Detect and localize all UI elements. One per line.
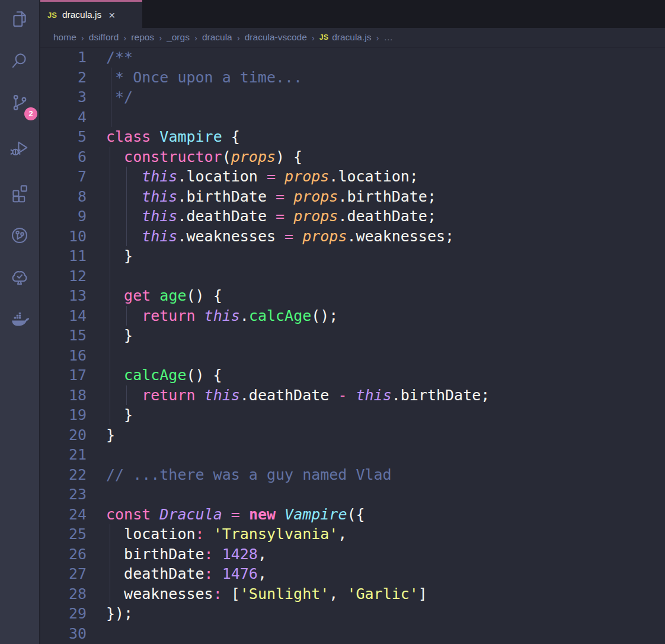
line-number: 25	[40, 524, 87, 544]
breadcrumb-item[interactable]: dracula	[202, 32, 232, 43]
code-line-content[interactable]: }	[106, 326, 665, 346]
line-number: 3	[40, 87, 87, 107]
code-line: 30	[40, 624, 665, 644]
code-line-content[interactable]: constructor(props) {	[106, 147, 665, 167]
indent-guide-icon	[110, 147, 110, 167]
code-line-content[interactable]	[106, 266, 665, 286]
code-line: 1/**	[40, 47, 665, 68]
code-line-content[interactable]: get age() {	[106, 286, 665, 306]
code-line: 5class Vampire {	[40, 127, 665, 147]
activity-item-explorer[interactable]	[0, 9, 39, 30]
code-line-content[interactable]: // ...there was a guy named Vlad	[106, 465, 665, 485]
code-line-content[interactable]: calcAge() {	[106, 365, 665, 385]
line-number: 26	[40, 544, 87, 565]
indent-guide-icon	[110, 365, 110, 385]
indent-guide-icon	[110, 306, 110, 326]
code-line-content[interactable]: * Once upon a time...	[106, 68, 665, 88]
code-line-content[interactable]: deathDate: 1476,	[106, 564, 665, 584]
indent-guide-icon	[110, 266, 110, 286]
code-line-content[interactable]: this.birthDate = props.birthDate;	[106, 187, 665, 207]
indent-guide-icon	[126, 167, 127, 187]
line-number: 17	[40, 365, 87, 385]
code-line-content[interactable]: this.location = props.location;	[106, 167, 665, 187]
code-line-content[interactable]	[106, 445, 665, 465]
code-line-content[interactable]: birthDate: 1428,	[106, 544, 665, 565]
line-number: 10	[40, 227, 87, 247]
code-line: 4	[40, 107, 665, 127]
code-line-content[interactable]	[106, 624, 665, 644]
indent-guide-icon	[126, 385, 127, 406]
breadcrumb-separator-icon: ›	[159, 33, 162, 43]
code-line: 12	[40, 266, 665, 286]
explorer-files-icon	[9, 9, 30, 30]
code-line-content[interactable]: }	[106, 425, 665, 445]
code-line: 13 get age() {	[40, 286, 665, 306]
code-line: 11 }	[40, 246, 665, 266]
indent-guide-icon	[110, 167, 110, 187]
line-number: 27	[40, 564, 87, 584]
activity-item-git-graph[interactable]	[0, 225, 39, 246]
activity-item-docker[interactable]	[0, 309, 39, 329]
code-line-content[interactable]: }	[106, 405, 665, 425]
tab-dracula-js[interactable]: JS dracula.js ×	[40, 0, 142, 28]
line-number: 28	[40, 584, 87, 604]
code-line: 15 }	[40, 326, 665, 346]
breadcrumb-item-file[interactable]: dracula.js	[332, 32, 371, 43]
code-line-content[interactable]	[106, 484, 665, 505]
breadcrumb-item[interactable]: dsifford	[89, 32, 119, 43]
code-line-content[interactable]: });	[106, 604, 665, 624]
indent-guide-icon	[110, 187, 110, 207]
line-number: 8	[40, 187, 87, 207]
line-number: 15	[40, 326, 87, 346]
line-number: 16	[40, 346, 87, 366]
code-line: 19 }	[40, 405, 665, 425]
indent-guide-icon	[110, 326, 110, 346]
indent-guide-icon	[126, 187, 127, 207]
code-line: 24const Dracula = new Vampire({	[40, 505, 665, 525]
breadcrumb-separator-icon: ›	[194, 33, 197, 43]
search-icon	[9, 51, 30, 71]
vscode-window: 2 JS dracula.js × home›dsifford›repos›_o…	[0, 0, 665, 644]
breadcrumb-tail[interactable]: …	[384, 32, 394, 43]
code-line: 18 return this.deathDate - this.birthDat…	[40, 385, 665, 406]
code-line-content[interactable]: this.deathDate = props.deathDate;	[106, 206, 665, 227]
activity-bar: 2	[0, 0, 40, 644]
activity-item-run-debug[interactable]	[0, 138, 39, 158]
line-number: 30	[40, 624, 87, 644]
tab-bar: JS dracula.js ×	[40, 0, 665, 28]
activity-item-extensions[interactable]	[0, 183, 39, 203]
code-line: 7 this.location = props.location;	[40, 167, 665, 187]
activity-item-todo-tree[interactable]	[0, 267, 39, 288]
code-line: 29});	[40, 604, 665, 624]
code-line: 25 location: 'Transylvania',	[40, 524, 665, 544]
code-line-content[interactable]: */	[106, 87, 665, 107]
line-number: 6	[40, 147, 87, 167]
breadcrumb-separator-icon: ›	[312, 33, 315, 43]
code-line-content[interactable]: weaknesses: ['Sunlight', 'Garlic']	[106, 584, 665, 604]
close-tab-icon[interactable]: ×	[108, 9, 115, 21]
code-line-content[interactable]: return this.deathDate - this.birthDate;	[106, 385, 665, 406]
indent-guide-icon	[111, 68, 111, 88]
code-line-content[interactable]: return this.calcAge();	[106, 306, 665, 326]
code-line-content[interactable]: class Vampire {	[106, 127, 665, 147]
indent-guide-icon	[111, 107, 111, 127]
line-number: 21	[40, 445, 87, 465]
code-line: 3 */	[40, 87, 665, 107]
code-editor: 1/**2 * Once upon a time...3 */45class V…	[40, 47, 665, 643]
line-number: 7	[40, 167, 87, 187]
code-line-content[interactable]	[106, 107, 665, 127]
code-line-content[interactable]: location: 'Transylvania',	[106, 524, 665, 544]
breadcrumb-item[interactable]: home	[53, 32, 76, 43]
code-line-content[interactable]: /**	[106, 47, 665, 68]
code-line: 27 deathDate: 1476,	[40, 564, 665, 584]
code-line: 2 * Once upon a time...	[40, 68, 665, 88]
breadcrumb-item[interactable]: _orgs	[167, 32, 190, 43]
breadcrumb-item[interactable]: repos	[131, 32, 154, 43]
code-line-content[interactable]: }	[106, 246, 665, 266]
code-line-content[interactable]: const Dracula = new Vampire({	[106, 505, 665, 525]
code-line-content[interactable]	[106, 346, 665, 366]
code-line-content[interactable]: this.weaknesses = props.weaknesses;	[106, 227, 665, 247]
breadcrumb-item[interactable]: dracula-vscode	[245, 32, 307, 43]
breadcrumb-separator-icon: ›	[237, 33, 240, 43]
activity-item-search[interactable]	[0, 51, 39, 71]
